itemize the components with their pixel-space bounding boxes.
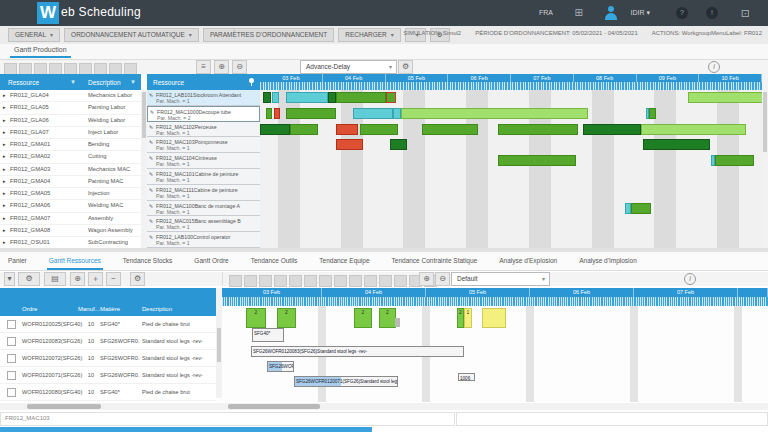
table-row[interactable]: ▸FR012_GMA04Painting MAC: [0, 176, 141, 188]
tab-tendance-contrainte-statique[interactable]: Tendance Contrainte Statique: [390, 255, 480, 270]
toolbar-button[interactable]: [244, 275, 257, 287]
order-bar[interactable]: SFG26WOFR0120071(SFG26)Standard stool le…: [294, 376, 398, 387]
expand-icon[interactable]: ▸: [3, 225, 6, 236]
display-mode-dropdown[interactable]: Advance-Delay ▾: [300, 60, 397, 74]
tab-analyse-d-explosion[interactable]: Analyse d'Explosion: [497, 255, 559, 270]
pin-icon[interactable]: [249, 78, 254, 83]
collapse-button[interactable]: ▾: [4, 272, 15, 286]
gantt-task-bar[interactable]: [328, 92, 336, 103]
gantt-task-bar[interactable]: [260, 124, 290, 135]
menu-button-ordonnancement-automatique[interactable]: ORDONNANCEMENT AUTOMATIQUE▾: [64, 28, 199, 42]
capacity-block[interactable]: 2: [354, 308, 372, 328]
expand-icon[interactable]: ▸: [3, 237, 6, 248]
toolbar-button[interactable]: [274, 275, 287, 287]
row-checkbox[interactable]: [7, 320, 16, 329]
user-avatar-icon[interactable]: [604, 6, 618, 20]
gantt-task-bar[interactable]: [286, 108, 336, 119]
gantt-task-bar[interactable]: [631, 203, 651, 214]
zoom-out-button[interactable]: ⊖: [435, 272, 450, 286]
order-row[interactable]: WOFR0120080(SFG40)10SFG40*Pied de chaise…: [0, 384, 216, 401]
order-row[interactable]: WOFR0120071(SFG26)10SFG26WOFR0...Standar…: [0, 367, 216, 384]
gantt-task-bar[interactable]: [390, 139, 407, 150]
menu-button-param-tres-d-ordonnancement[interactable]: PARAMÈTRES D'ORDONNANCEMENT: [203, 28, 334, 42]
table-row[interactable]: ▸FR012_GLA07Inject Labor: [0, 127, 141, 139]
add-button[interactable]: ＋: [88, 272, 103, 286]
gantt-task-bar[interactable]: [401, 108, 588, 119]
expand-icon[interactable]: ▸: [3, 102, 6, 113]
expand-icon[interactable]: ▸: [3, 115, 6, 126]
language-selector[interactable]: FRA: [539, 0, 553, 26]
order-table-hscrollbar[interactable]: [0, 403, 222, 410]
gantt-task-bar[interactable]: [286, 92, 328, 103]
row-checkbox[interactable]: [7, 354, 16, 363]
gantt-task-bar[interactable]: [583, 124, 641, 135]
info-icon[interactable]: i: [684, 273, 696, 285]
bottom-scroll-indicator[interactable]: [0, 427, 372, 432]
machine-list-item[interactable]: ✎FR012_MAC103PoinçonneusePar. Mach. = 1: [147, 137, 260, 153]
info-icon[interactable]: i: [708, 61, 720, 73]
gantt-task-bar[interactable]: [336, 92, 386, 103]
gantt-task-bar[interactable]: [386, 92, 396, 103]
gantt-task-bar[interactable]: [336, 139, 363, 150]
gantt-task-bar[interactable]: [274, 108, 280, 119]
machine-list-item[interactable]: ✎FR012_MAC101Cabine de peinturePar. Mach…: [147, 169, 260, 185]
table-row[interactable]: ▸FR012_GMA05Injection: [0, 188, 141, 200]
expand-icon[interactable]: ▸: [3, 176, 6, 187]
gantt-task-bar[interactable]: [498, 155, 576, 166]
gantt-task-bar[interactable]: [641, 124, 746, 135]
expand-icon[interactable]: ▸: [3, 164, 6, 175]
toolbar-button[interactable]: [304, 275, 317, 287]
apps-grid-icon[interactable]: ⊞: [575, 0, 583, 26]
machine-list-item[interactable]: ✎FR012_MAC015Banc assemblage BPar. Mach.…: [147, 216, 260, 232]
capacity-block[interactable]: 2: [277, 308, 296, 328]
gantt-task-bar[interactable]: [498, 124, 578, 135]
row-checkbox[interactable]: [7, 371, 16, 380]
gantt-settings-button[interactable]: ⚙: [398, 60, 413, 74]
gantt-task-bar[interactable]: [715, 155, 754, 166]
machine-list-item[interactable]: ✎FR012_MAC104CintreusePar. Mach. = 1: [147, 153, 260, 169]
tab-gantt-ressources[interactable]: Gantt Ressources: [47, 255, 103, 270]
toolbar-button[interactable]: [364, 275, 377, 287]
help-icon[interactable]: ?: [676, 7, 688, 19]
expand-icon[interactable]: ▸: [3, 200, 6, 211]
gantt-task-bar[interactable]: [290, 124, 318, 135]
row-checkbox[interactable]: [7, 337, 16, 346]
machine-list-item[interactable]: ✎FR012_LAB100Control operatorPar. Mach. …: [147, 232, 260, 248]
scrollbar-thumb[interactable]: [217, 328, 221, 362]
order-settings-button[interactable]: ⚙: [130, 272, 145, 286]
gantt-task-bar[interactable]: [263, 92, 271, 103]
order-bar[interactable]: SFG26WOFR: [267, 361, 294, 372]
view-preset-dropdown[interactable]: Default ▾: [451, 272, 550, 286]
expand-icon[interactable]: ▸: [3, 151, 6, 162]
table-row[interactable]: ▸FR012_OSU01SubContracting: [0, 237, 141, 248]
table-row[interactable]: ▸FR012_GLA05Painting Labor: [0, 102, 141, 114]
remove-button[interactable]: −: [106, 272, 121, 286]
table-row[interactable]: ▸FR012_GMA07Assembly: [0, 213, 141, 225]
tab-tendance-outils[interactable]: Tendance Outils: [249, 255, 300, 270]
order-bar[interactable]: 1006: [458, 373, 475, 381]
table-row[interactable]: ▸FR012_GMA02Cutting: [0, 151, 141, 163]
toolbar-button[interactable]: [379, 275, 392, 287]
table-row[interactable]: ▸FR012_GMA06Welding MAC: [0, 200, 141, 212]
machine-list-item[interactable]: ✎FR012_LAB101Stockroom AttendantPar. Mac…: [147, 90, 260, 106]
filter-icon[interactable]: ▼: [130, 79, 136, 85]
table-row[interactable]: ▸FR012_GMA03Mechanics MAC: [0, 164, 141, 176]
order-bar[interactable]: SFG26WOFR0120083(SFG26)Standard stool le…: [251, 346, 464, 357]
toolbar-button[interactable]: [394, 275, 407, 287]
expand-icon[interactable]: ▸: [3, 188, 6, 199]
notifications-icon[interactable]: !: [706, 7, 718, 19]
scrollbar-thumb[interactable]: [228, 404, 320, 409]
settings-dropdown-button[interactable]: ⚙: [18, 272, 40, 286]
document-dropdown-button[interactable]: ▤: [44, 272, 66, 286]
expand-icon[interactable]: ▸: [3, 127, 6, 138]
zoom-out-button[interactable]: ⊖: [232, 60, 247, 74]
table-row[interactable]: ▸FR012_GMA01Bending: [0, 139, 141, 151]
order-row[interactable]: WOFR0120083(SFG26)10SFG26WOFR0...Standar…: [0, 333, 216, 350]
capacity-block[interactable]: 2: [246, 308, 266, 328]
order-row[interactable]: WOFR0120025(SFG40)10SFG40*Pied de chaise…: [0, 316, 216, 333]
zoom-in-button[interactable]: ⊕: [214, 60, 229, 74]
toolbar-button[interactable]: [319, 275, 332, 287]
user-menu[interactable]: IDIR ▾: [631, 0, 650, 26]
gantt-task-bar[interactable]: [272, 92, 279, 103]
gantt-task-bar[interactable]: [336, 124, 358, 135]
